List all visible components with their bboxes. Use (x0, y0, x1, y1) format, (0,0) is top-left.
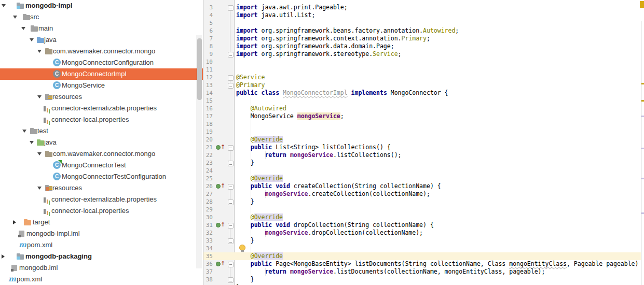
tree-item-mongoconnectorimpl[interactable]: MongoConnectorImpl (0, 68, 203, 80)
implements-method-icon[interactable] (216, 222, 224, 227)
line-number[interactable]: 20 (203, 136, 213, 144)
line-number[interactable]: 29 (203, 206, 213, 213)
code-line[interactable]: import java.util.List; (236, 11, 315, 19)
tree-item-connector-externalizable-properties[interactable]: connector-externalizable.properties (0, 194, 203, 205)
stripe-occurrence-mark[interactable] (641, 116, 644, 117)
line-number[interactable]: 16 (203, 105, 213, 112)
fold-marker-icon[interactable] (228, 184, 234, 190)
tree-item-test[interactable]: test (0, 125, 203, 137)
code-line[interactable]: import org.springframework.stereotype.Se… (236, 50, 402, 58)
line-number[interactable]: 7 (203, 35, 213, 42)
code-line[interactable]: import org.springframework.data.domain.P… (236, 42, 394, 50)
code-line[interactable]: } (236, 159, 254, 167)
code-line[interactable]: public void createCollection(String coll… (236, 182, 441, 190)
chevron-down-icon[interactable] (30, 38, 34, 41)
tree-item-connector-externalizable-properties[interactable]: connector-externalizable.properties (0, 103, 203, 114)
error-stripe[interactable] (641, 0, 644, 285)
implements-method-icon[interactable] (216, 261, 224, 266)
intention-bulb-icon[interactable] (239, 245, 245, 253)
line-number[interactable]: 17 (203, 112, 213, 120)
chevron-down-icon[interactable] (30, 141, 34, 144)
code-line[interactable]: mongoService.dropCollection(collectionNa… (236, 229, 423, 237)
chevron-down-icon[interactable] (22, 130, 26, 133)
code-line[interactable]: public void dropCollection(String collec… (236, 221, 434, 229)
tree-item-mongodb-impl-iml[interactable]: mongodb-impl.iml (0, 228, 203, 239)
line-number[interactable]: 12 (203, 74, 213, 81)
chevron-down-icon[interactable] (37, 152, 42, 155)
tree-item-mongoservice[interactable]: MongoService (0, 80, 203, 91)
fold-marker-icon[interactable] (228, 161, 234, 166)
code-line[interactable]: import org.springframework.context.annot… (236, 35, 430, 42)
tree-item-main[interactable]: main (0, 23, 203, 34)
tree-item-resources[interactable]: resources (0, 91, 203, 103)
line-number[interactable]: 6 (203, 27, 213, 35)
code-line[interactable]: @Override (236, 213, 283, 221)
chevron-down-icon[interactable] (13, 16, 17, 19)
code-line[interactable]: @Primary (236, 81, 265, 89)
chevron-down-icon[interactable] (2, 4, 6, 7)
line-number[interactable]: 34 (203, 245, 213, 252)
chevron-right-icon[interactable] (13, 220, 16, 224)
line-number[interactable]: 25 (203, 175, 213, 182)
tree-item-mongodb-iml[interactable]: mongodb.iml (0, 262, 203, 274)
code-line[interactable]: import org.springframework.beans.factory… (236, 27, 459, 35)
tree-scrollbar-thumb[interactable] (197, 38, 202, 100)
implements-method-icon[interactable] (216, 183, 224, 189)
code-editor[interactable]: 3import java.awt.print.Pageable;4import … (203, 0, 644, 285)
fold-marker-icon[interactable] (228, 52, 234, 58)
tree-item-com-wavemaker-connector-mongo[interactable]: com.wavemaker.connector.mongo (0, 148, 203, 160)
code-line[interactable]: } (236, 237, 254, 245)
warnings-indicator-icon[interactable] (640, 1, 644, 8)
line-number[interactable]: 24 (203, 167, 213, 175)
stripe-warning-mark[interactable] (641, 83, 644, 84)
line-number[interactable]: 11 (203, 66, 213, 74)
code-line[interactable]: return mongoService.listCollections(); (236, 151, 402, 159)
tree-item-connector-local-properties[interactable]: connector-local.properties (0, 205, 203, 217)
code-line[interactable]: public class MongoConnectorImpl implemen… (236, 89, 448, 97)
line-number[interactable]: 5 (203, 19, 213, 27)
line-number[interactable]: 14 (203, 89, 213, 97)
fold-marker-icon[interactable] (228, 200, 234, 205)
stripe-occurrence-mark[interactable] (641, 148, 644, 149)
tree-item-java[interactable]: java (0, 34, 203, 46)
chevron-down-icon[interactable] (21, 27, 25, 30)
tree-item-com-wavemaker-connector-mongo[interactable]: com.wavemaker.connector.mongo (0, 46, 203, 57)
line-number[interactable]: 36 (203, 260, 213, 268)
line-number[interactable]: 27 (203, 190, 213, 198)
tree-item-pom-xml[interactable]: pom.xml (0, 239, 203, 251)
tree-item-mongoconnectortestconfiguration[interactable]: MongoConnectorTestConfiguration (0, 171, 203, 182)
line-number[interactable]: 9 (203, 50, 213, 58)
tree-item-mongoconnectorconfiguration[interactable]: MongoConnectorConfiguration (0, 57, 203, 68)
line-number[interactable]: 22 (203, 151, 213, 159)
line-number[interactable]: 10 (203, 58, 213, 66)
tree-item-mongoconnectortest[interactable]: MongoConnectorTest (0, 160, 203, 171)
line-number[interactable]: 18 (203, 120, 213, 128)
fold-marker-icon[interactable] (228, 262, 234, 267)
code-line[interactable]: return mongoService.listDocuments(collec… (236, 268, 545, 276)
tree-item-src[interactable]: src (0, 11, 203, 23)
fold-marker-icon[interactable] (228, 238, 234, 244)
code-line[interactable]: public List<String> listCollections() { (236, 144, 391, 151)
implements-method-icon[interactable] (216, 145, 224, 150)
fold-marker-icon[interactable] (228, 75, 234, 81)
stripe-occurrence-mark[interactable] (641, 212, 644, 214)
line-number[interactable]: 13 (203, 81, 213, 89)
code-line[interactable]: @Autowired (236, 105, 286, 112)
line-number[interactable]: 3 (203, 4, 213, 11)
chevron-down-icon[interactable] (37, 187, 42, 190)
code-line[interactable]: MongoService mongoService; (236, 112, 344, 120)
line-number[interactable]: 21 (203, 144, 213, 151)
tree-item-target[interactable]: target (0, 217, 203, 228)
line-number[interactable]: 19 (203, 128, 213, 136)
code-line[interactable]: } (236, 198, 254, 206)
fold-marker-icon[interactable] (228, 223, 234, 229)
stripe-warning-mark[interactable] (641, 100, 644, 102)
tree-item-pom-xml[interactable]: pom.xml (0, 274, 203, 285)
tree-item-mongodb-impl[interactable]: mongodb-impl (0, 0, 203, 11)
tree-item-connector-local-properties[interactable]: connector-local.properties (0, 114, 203, 125)
line-number[interactable]: 33 (203, 237, 213, 245)
code-line[interactable]: @Service (236, 74, 265, 81)
line-number[interactable]: 32 (203, 229, 213, 237)
fold-marker-icon[interactable] (228, 277, 234, 283)
line-number[interactable]: 35 (203, 252, 213, 260)
